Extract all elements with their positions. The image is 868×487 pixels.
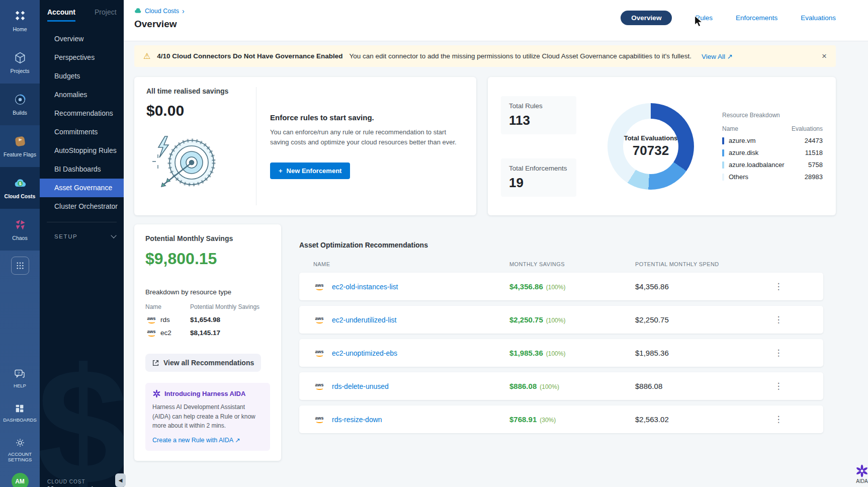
rail-module-home[interactable]: Home <box>0 0 40 42</box>
rail-label: ACCOUNT SETTINGS <box>1 452 39 463</box>
aws-icon: aws <box>313 283 325 290</box>
sidebar-item-commitments[interactable]: Commitments <box>40 123 124 141</box>
gear-icon <box>15 437 26 449</box>
harness-logo-icon <box>14 10 27 24</box>
aida-flower-icon <box>855 464 868 477</box>
legend-value: 5758 <box>808 161 823 169</box>
total-rules-tile: Total Rules 113 <box>501 96 576 134</box>
sidebar-item-recommendations[interactable]: Recommendations <box>40 104 124 123</box>
sidebar-item-overview[interactable]: Overview <box>40 30 124 48</box>
recommendation-link[interactable]: ec2-old-instances-list <box>332 283 398 291</box>
tab-account[interactable]: Account <box>47 8 75 22</box>
sidebar-menu: Overview Perspectives Budgets Anomalies … <box>40 30 124 216</box>
table-row: awsec2-unoptimized-ebs $1,985.36(100%) $… <box>299 339 823 367</box>
recommendation-link[interactable]: rds-delete-unused <box>332 382 389 390</box>
mini-table-row: awsrds $1,654.98 <box>145 316 270 323</box>
resource-savings: $8,145.17 <box>190 329 220 337</box>
rail-label: Chaos <box>12 235 27 241</box>
content: ⚠ 4/10 Cloud Connectors Do Not Have Gove… <box>124 41 868 461</box>
legend-row: azure.disk 11518 <box>722 149 823 156</box>
banner-text: You can edit connector to add the missin… <box>349 52 691 60</box>
mini-col-name: Name <box>145 303 190 310</box>
resource-type-breakdown-title: Breakdown by resource type <box>145 288 270 296</box>
donut-center-value: 70732 <box>633 143 669 158</box>
rail-label: Feature Flags <box>4 151 36 157</box>
warning-icon: ⚠ <box>143 51 150 61</box>
evaluations-donut-chart: Total Evaluations 70732 <box>607 103 694 190</box>
user-avatar[interactable]: AM <box>12 473 29 487</box>
aida-fab-button[interactable]: AIDA <box>855 464 868 484</box>
sidebar-item-cluster-orchestrator[interactable]: Cluster Orchestrator <box>40 197 124 216</box>
aws-icon: aws <box>145 330 157 337</box>
legend-name: azure.vm <box>729 137 755 144</box>
spend-value: $886.08 <box>635 382 773 390</box>
recommendation-link[interactable]: rds-resize-down <box>332 416 382 424</box>
realised-savings-title: All time realised savings <box>146 87 256 95</box>
total-enforcements-value: 19 <box>509 175 568 191</box>
governance-warning-banner: ⚠ 4/10 Cloud Connectors Do Not Have Gove… <box>134 45 836 67</box>
resource-breakdown-legend: Resource Breakdown Name Evaluations azur… <box>722 112 823 181</box>
recommendation-link[interactable]: ec2-underutilized-list <box>332 316 396 324</box>
aida-promo-title: Introducing Harness AIDA <box>164 390 245 397</box>
table-row: awsrds-resize-down $768.91(30%) $2,563.0… <box>299 405 823 433</box>
legend-row: azure.vm 24473 <box>722 137 823 144</box>
rail-module-chaos[interactable]: Chaos <box>0 209 40 251</box>
col-monthly-savings: MONTHLY SAVINGS <box>509 261 635 267</box>
rail-module-feature-flags[interactable]: Feature Flags <box>0 125 40 167</box>
legend-value: 24473 <box>805 137 823 144</box>
legend-value: 11518 <box>805 149 823 156</box>
legend-row: Others 28983 <box>722 173 823 181</box>
apps-grid-icon[interactable] <box>11 257 29 275</box>
breadcrumb-link[interactable]: Cloud Costs <box>145 8 179 15</box>
dashboards-icon <box>14 403 25 415</box>
tab-project[interactable]: Project <box>95 8 117 22</box>
recommendations-table-header: NAME MONTHLY SAVINGS POTENTIAL MONTHLY S… <box>299 261 823 267</box>
rail-account-settings[interactable]: ACCOUNT SETTINGS <box>0 430 40 470</box>
aida-create-rule-link[interactable]: Create a new Rule with AIDA ↗ <box>152 436 240 444</box>
nav-tab-rules[interactable]: Rules <box>695 14 713 22</box>
rail-module-projects[interactable]: Projects <box>0 42 40 84</box>
nav-tab-enforcements[interactable]: Enforcements <box>736 14 777 22</box>
aws-icon: aws <box>313 383 325 390</box>
nav-tab-evaluations[interactable]: Evaluations <box>801 14 836 22</box>
sidebar-collapse-button[interactable]: ◀ <box>115 473 126 487</box>
rail-dashboards[interactable]: DASHBOARDS <box>2 396 38 430</box>
view-all-recommendations-button[interactable]: View all Recommendations <box>145 354 261 372</box>
sidebar-item-budgets[interactable]: Budgets <box>40 67 124 86</box>
sidebar-item-bi-dashboards[interactable]: BI Dashboards <box>40 160 124 179</box>
projects-icon <box>14 51 27 65</box>
banner-view-all-link[interactable]: View All ↗ <box>702 52 733 60</box>
spend-value: $2,250.75 <box>635 315 773 324</box>
sidebar-item-anomalies[interactable]: Anomalies <box>40 86 124 104</box>
dollar-watermark: $ <box>40 331 124 487</box>
sidebar-item-asset-governance[interactable]: Asset Governance <box>40 179 124 197</box>
kebab-menu-icon[interactable]: ⋮ <box>773 314 784 325</box>
legend-header: Name Evaluations <box>722 125 823 132</box>
sidebar-item-perspectives[interactable]: Perspectives <box>40 48 124 67</box>
close-icon[interactable]: × <box>822 51 827 61</box>
total-enforcements-tile: Total Enforcements 19 <box>501 158 576 197</box>
rail-help[interactable]: ? HELP <box>13 362 27 396</box>
aida-fab-label: AIDA <box>856 478 867 484</box>
rail-module-cloud-costs[interactable]: $ Cloud Costs <box>0 167 40 209</box>
kebab-menu-icon[interactable]: ⋮ <box>773 381 784 391</box>
donut-center: Total Evaluations 70732 <box>623 119 678 174</box>
recommendation-link[interactable]: ec2-unoptimized-ebs <box>332 349 397 357</box>
kebab-menu-icon[interactable]: ⋮ <box>773 414 784 425</box>
module-kicker: CLOUD COST <box>47 479 94 484</box>
legend-name: azure.loadbalancer <box>729 161 785 169</box>
setup-section-toggle[interactable]: SETUP <box>40 228 124 239</box>
rail-module-builds[interactable]: Builds <box>0 84 40 125</box>
nav-tab-overview[interactable]: Overview <box>621 11 672 25</box>
kebab-menu-icon[interactable]: ⋮ <box>773 281 784 292</box>
legend-chip <box>722 161 724 169</box>
new-enforcement-button[interactable]: + New Enforcement <box>270 163 350 179</box>
kebab-menu-icon[interactable]: ⋮ <box>773 348 784 358</box>
svg-text:?: ? <box>18 371 20 375</box>
enforce-text: You can enforce/run any rule or rule rec… <box>270 127 464 147</box>
sidebar-item-autostopping-rules[interactable]: AutoStopping Rules <box>40 141 124 160</box>
builds-icon <box>14 93 27 107</box>
mini-table-row: awsec2 $8,145.17 <box>145 329 270 337</box>
legend-chip <box>722 137 724 144</box>
module-rail: Home Projects Builds Feature Flags $ Clo… <box>0 0 40 487</box>
